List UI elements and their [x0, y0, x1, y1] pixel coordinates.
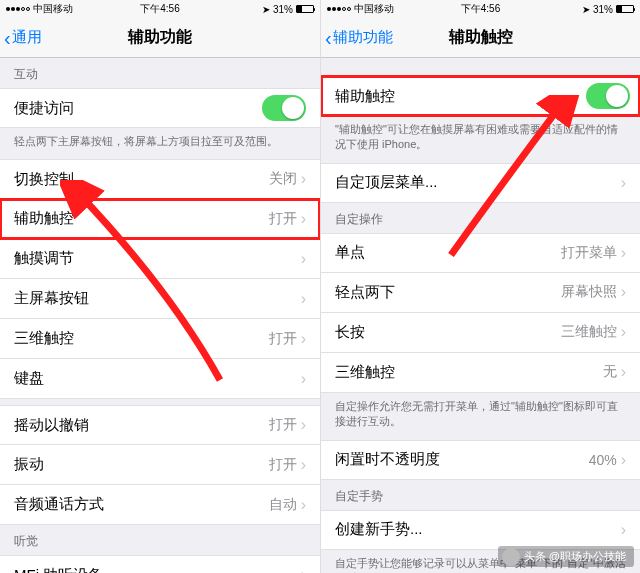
chevron-right-icon: › [301, 251, 306, 267]
row-touch-adjust[interactable]: 触摸调节 › [0, 239, 320, 279]
vibration-value: 打开 [269, 456, 297, 474]
signal-icon [6, 7, 30, 11]
assistive-touch-value: 打开 [269, 210, 297, 228]
audio-call-label: 音频通话方式 [14, 495, 269, 514]
battery-icon [616, 5, 634, 13]
three-d-label: 三维触控 [335, 363, 603, 382]
row-double-tap[interactable]: 轻点两下 屏幕快照 › [321, 273, 640, 313]
three-d-value: 无 [603, 363, 617, 381]
long-press-value: 三维触控 [561, 323, 617, 341]
chevron-right-icon: › [301, 457, 306, 473]
vibration-label: 振动 [14, 455, 269, 474]
right-screen: 中国移动 下午4:56 ➤ 31% ‹ 辅助功能 辅助触控 辅助触控 "辅助触控… [320, 0, 640, 573]
row-3d-touch[interactable]: 三维触控 打开 › [0, 319, 320, 359]
chevron-right-icon: › [301, 417, 306, 433]
section-header-interaction: 互动 [0, 58, 320, 88]
row-idle-opacity[interactable]: 闲置时不透明度 40% › [321, 440, 640, 480]
status-bar: 中国移动 下午4:56 ➤ 31% [321, 0, 640, 18]
row-vibration[interactable]: 振动 打开 › [0, 445, 320, 485]
assistive-touch-toggle[interactable] [586, 83, 630, 109]
switch-control-label: 切换控制 [14, 170, 269, 189]
carrier-label: 中国移动 [33, 2, 73, 16]
section-header-actions: 自定操作 [321, 203, 640, 233]
chevron-right-icon: › [301, 331, 306, 347]
shake-undo-label: 摇动以撤销 [14, 416, 269, 435]
signal-icon [327, 7, 351, 11]
watermark-text: 头条 @职场办公技能 [524, 549, 626, 564]
chevron-right-icon: › [301, 371, 306, 387]
keyboard-label: 键盘 [14, 369, 301, 388]
nav-bar: ‹ 辅助功能 辅助触控 [321, 18, 640, 58]
single-tap-value: 打开菜单 [561, 244, 617, 262]
location-icon: ➤ [262, 4, 270, 15]
carrier-label: 中国移动 [354, 2, 394, 16]
section-header-hearing: 听觉 [0, 525, 320, 555]
chevron-right-icon: › [301, 567, 306, 573]
section-header-gestures: 自定手势 [321, 480, 640, 510]
audio-call-value: 自动 [269, 496, 297, 514]
new-gesture-label: 创建新手势... [335, 520, 621, 539]
switch-control-value: 关闭 [269, 170, 297, 188]
shake-undo-value: 打开 [269, 416, 297, 434]
battery-percent: 31% [593, 4, 613, 15]
double-tap-value: 屏幕快照 [561, 283, 617, 301]
three-d-value: 打开 [269, 330, 297, 348]
page-title: 辅助功能 [0, 27, 320, 48]
location-icon: ➤ [582, 4, 590, 15]
chevron-right-icon: › [301, 497, 306, 513]
row-keyboard[interactable]: 键盘 › [0, 359, 320, 399]
assistive-touch-label: 辅助触控 [335, 87, 586, 106]
nav-bar: ‹ 通用 辅助功能 [0, 18, 320, 58]
row-home-button[interactable]: 主屏幕按钮 › [0, 279, 320, 319]
quick-access-label: 便捷访问 [14, 99, 262, 118]
mfi-label: MFi 助听设备 [14, 566, 301, 573]
row-long-press[interactable]: 长按 三维触控 › [321, 313, 640, 353]
row-assistive-touch[interactable]: 辅助触控 打开 › [0, 199, 320, 239]
idle-opacity-value: 40% [589, 452, 617, 468]
double-tap-label: 轻点两下 [335, 283, 561, 302]
chevron-right-icon: › [621, 452, 626, 468]
chevron-right-icon: › [301, 291, 306, 307]
long-press-label: 长按 [335, 323, 561, 342]
custom-top-label: 自定顶层菜单... [335, 173, 621, 192]
home-button-label: 主屏幕按钮 [14, 289, 301, 308]
three-d-label: 三维触控 [14, 329, 269, 348]
chevron-right-icon: › [621, 324, 626, 340]
row-new-gesture[interactable]: 创建新手势... › [321, 510, 640, 550]
actions-footer: 自定操作允许您无需打开菜单，通过"辅助触控"图标即可直接进行互动。 [321, 393, 640, 440]
row-single-tap[interactable]: 单点 打开菜单 › [321, 233, 640, 273]
row-mfi[interactable]: MFi 助听设备 › [0, 555, 320, 573]
status-time: 下午4:56 [461, 2, 500, 16]
quick-access-toggle[interactable] [262, 95, 306, 121]
battery-percent: 31% [273, 4, 293, 15]
watermark: 头条 @职场办公技能 [498, 546, 634, 567]
left-screen: 中国移动 下午4:56 ➤ 31% ‹ 通用 辅助功能 互动 便捷访问 轻点两下… [0, 0, 320, 573]
touch-adjust-label: 触摸调节 [14, 249, 301, 268]
watermark-avatar-icon [502, 548, 520, 566]
assistive-touch-label: 辅助触控 [14, 209, 269, 228]
row-3d-touch[interactable]: 三维触控 无 › [321, 353, 640, 393]
assistive-touch-footer: "辅助触控"可让您在触摸屏幕有困难或需要自适应配件的情况下使用 iPhone。 [321, 116, 640, 163]
row-assistive-touch-toggle[interactable]: 辅助触控 [321, 76, 640, 116]
battery-icon [296, 5, 314, 13]
chevron-right-icon: › [621, 245, 626, 261]
chevron-right-icon: › [621, 522, 626, 538]
row-switch-control[interactable]: 切换控制 关闭 › [0, 159, 320, 199]
status-bar: 中国移动 下午4:56 ➤ 31% [0, 0, 320, 18]
single-tap-label: 单点 [335, 243, 561, 262]
chevron-right-icon: › [621, 284, 626, 300]
chevron-right-icon: › [621, 175, 626, 191]
status-time: 下午4:56 [140, 2, 179, 16]
idle-opacity-label: 闲置时不透明度 [335, 450, 589, 469]
row-custom-top-menu[interactable]: 自定顶层菜单... › [321, 163, 640, 203]
chevron-right-icon: › [621, 364, 626, 380]
row-shake-undo[interactable]: 摇动以撤销 打开 › [0, 405, 320, 445]
row-audio-call[interactable]: 音频通话方式 自动 › [0, 485, 320, 525]
page-title: 辅助触控 [321, 27, 640, 48]
row-quick-access[interactable]: 便捷访问 [0, 88, 320, 128]
chevron-right-icon: › [301, 171, 306, 187]
chevron-right-icon: › [301, 211, 306, 227]
quick-access-footer: 轻点两下主屏幕按钮，将屏幕上方项目拉至可及范围。 [0, 128, 320, 159]
